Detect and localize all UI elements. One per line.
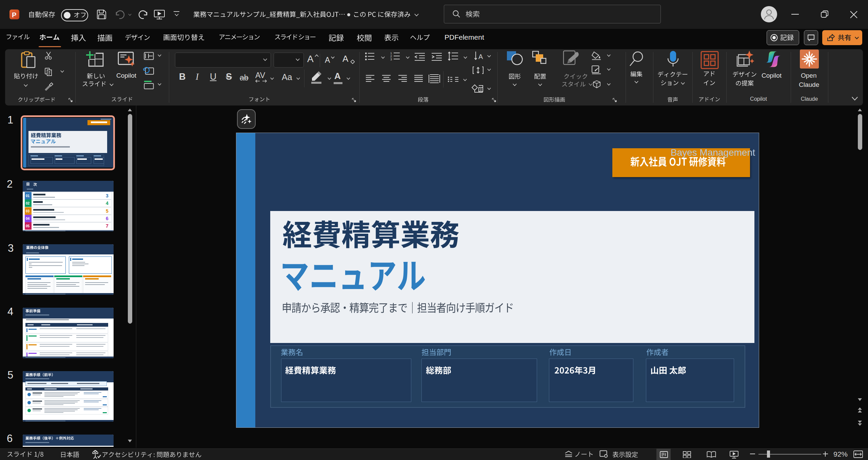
svg-text:A: A bbox=[478, 53, 483, 60]
svg-text:P: P bbox=[12, 11, 16, 19]
svg-text:3: 3 bbox=[390, 58, 392, 61]
